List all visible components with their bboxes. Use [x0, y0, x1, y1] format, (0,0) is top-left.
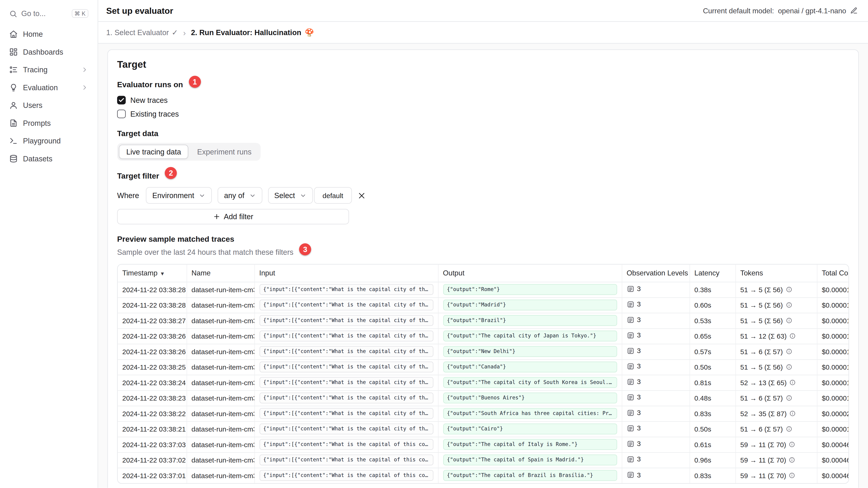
output-preview-chip[interactable]: {"output":"Rome"}: [443, 284, 617, 295]
input-preview-chip[interactable]: {"input":[{"content":"What is the capita…: [259, 284, 433, 295]
cell-timestamp: 2024-11-22 03:38:24: [118, 375, 187, 390]
input-preview-chip[interactable]: {"input":[{"content":"What is the capita…: [259, 346, 433, 357]
sidebar-item-home[interactable]: Home: [5, 26, 93, 43]
sidebar-item-users[interactable]: Users: [5, 97, 93, 114]
info-icon: [786, 364, 792, 370]
input-preview-chip[interactable]: {"input":[{"content":"What is the capita…: [259, 408, 433, 419]
cell-observation-levels: 3: [622, 452, 689, 468]
input-preview-chip[interactable]: {"input":[{"content":"What is the capita…: [259, 439, 433, 450]
cell-observation-levels: 3: [622, 437, 689, 452]
output-preview-chip[interactable]: {"output":"Madrid"}: [443, 299, 617, 311]
output-preview-chip[interactable]: {"output":"Brazil"}: [443, 315, 617, 326]
observation-levels-icon: [627, 347, 634, 355]
evaluation-icon: [9, 83, 18, 92]
annotation-badge-1: 1: [189, 76, 201, 88]
edit-model-icon[interactable]: [850, 7, 858, 14]
cell-tokens: 51 → 12 (Σ 63): [736, 328, 817, 344]
tab-experiment-runs[interactable]: Experiment runs: [190, 144, 259, 159]
add-filter-button[interactable]: Add filter: [117, 209, 349, 225]
breadcrumb-step-2[interactable]: 2. Run Evaluator: Hallucination 🍄: [191, 28, 314, 37]
table-row[interactable]: 2024-11-22 03:37:02 dataset-run-item-cm3…: [118, 452, 849, 468]
input-preview-chip[interactable]: {"input":[{"content":"What is the capita…: [259, 315, 433, 326]
col-latency[interactable]: Latency: [689, 265, 736, 282]
table-row[interactable]: 2024-11-22 03:38:25 dataset-run-item-cm3…: [118, 359, 849, 375]
filter-value-chip[interactable]: default: [314, 187, 352, 204]
page-header: Set up evaluator Current default model: …: [98, 0, 868, 22]
output-preview-chip[interactable]: {"output":"Cairo"}: [443, 423, 617, 434]
sidebar-item-datasets[interactable]: Datasets: [5, 150, 93, 167]
sidebar-item-playground[interactable]: Playground: [5, 133, 93, 150]
checkbox-unchecked-icon[interactable]: [117, 109, 126, 118]
breadcrumb: 1. Select Evaluator ✓ › 2. Run Evaluator…: [98, 22, 868, 43]
checkbox-new-traces[interactable]: New traces: [117, 95, 849, 105]
checkbox-checked-icon[interactable]: [117, 96, 126, 104]
cell-tokens: 51 → 6 (Σ 57): [736, 344, 817, 359]
table-row[interactable]: 2024-11-22 03:38:26 dataset-run-item-cm3…: [118, 328, 849, 344]
sidebar-item-label: Home: [23, 30, 43, 39]
trace-preview-table: Timestamp▼ Name Input Output Observation…: [118, 265, 849, 483]
content-area: Set up evaluator Current default model: …: [98, 0, 868, 488]
col-observation-levels[interactable]: Observation Levels: [622, 265, 689, 282]
cell-output: {"output":"South Africa has three capita…: [438, 406, 622, 421]
input-preview-chip[interactable]: {"input":[{"content":"What is the capita…: [259, 361, 433, 372]
sidebar-item-evaluation[interactable]: Evaluation: [5, 79, 93, 96]
sidebar-item-prompts[interactable]: Prompts: [5, 115, 93, 132]
filter-operator-select[interactable]: any of: [218, 187, 262, 204]
input-preview-chip[interactable]: {"input":[{"content":"What is the capita…: [259, 454, 433, 465]
table-row[interactable]: 2024-11-22 03:38:26 dataset-run-item-cm3…: [118, 344, 849, 359]
sidebar-item-dashboards[interactable]: Dashboards: [5, 43, 93, 60]
table-row[interactable]: 2024-11-22 03:37:01 dataset-run-item-cm3…: [118, 468, 849, 483]
cell-output: {"output":"The capital of Brazil is Bras…: [438, 468, 622, 483]
table-row[interactable]: 2024-11-22 03:38:21 dataset-run-item-cm3…: [118, 421, 849, 437]
output-preview-chip[interactable]: {"output":"Buenos Aires"}: [443, 392, 617, 403]
sidebar-item-label: Datasets: [23, 155, 52, 163]
input-preview-chip[interactable]: {"input":[{"content":"What is the capita…: [259, 392, 433, 403]
tab-live-tracing-data[interactable]: Live tracing data: [119, 144, 189, 159]
chevron-down-icon: [300, 192, 307, 199]
table-row[interactable]: 2024-11-22 03:38:23 dataset-run-item-cm3…: [118, 390, 849, 406]
output-preview-chip[interactable]: {"output":"The capital of Italy is Rome.…: [443, 439, 617, 450]
cell-observation-levels: 3: [622, 344, 689, 359]
col-tokens[interactable]: Tokens: [736, 265, 817, 282]
sidebar-item-tracing[interactable]: Tracing: [5, 62, 93, 78]
col-total-cost[interactable]: Total Cost: [817, 265, 849, 282]
input-preview-chip[interactable]: {"input":[{"content":"What is the capita…: [259, 377, 433, 388]
cell-name: dataset-run-item-cm3s4: [187, 375, 254, 390]
output-preview-chip[interactable]: {"output":"The capital of Brazil is Bras…: [443, 470, 617, 481]
goto-search-button[interactable]: Go to... ⌘ K: [5, 6, 93, 21]
page-title: Set up evaluator: [106, 6, 174, 15]
output-preview-chip[interactable]: {"output":"The capital city of Japan is …: [443, 330, 617, 341]
preview-title: Preview sample matched traces: [117, 235, 234, 243]
input-preview-chip[interactable]: {"input":[{"content":"What is the capita…: [259, 423, 433, 434]
col-timestamp[interactable]: Timestamp▼: [118, 265, 187, 282]
default-model-value: openai / gpt-4.1-nano: [778, 7, 846, 15]
output-preview-chip[interactable]: {"output":"The capital of Spain is Madri…: [443, 454, 617, 465]
checkbox-existing-traces[interactable]: Existing traces: [117, 108, 849, 119]
trace-table-body: 2024-11-22 03:38:28 dataset-run-item-cm3…: [118, 282, 849, 483]
col-name[interactable]: Name: [187, 265, 254, 282]
output-preview-chip[interactable]: {"output":"South Africa has three capita…: [443, 408, 617, 419]
output-preview-chip[interactable]: {"output":"The capital city of South Kor…: [443, 377, 617, 388]
col-output[interactable]: Output: [438, 265, 622, 282]
info-icon: [786, 395, 792, 401]
info-icon: [789, 411, 796, 417]
table-row[interactable]: 2024-11-22 03:38:28 dataset-run-item-cm3…: [118, 282, 849, 297]
output-preview-chip[interactable]: {"output":"New Delhi"}: [443, 346, 617, 357]
col-input[interactable]: Input: [254, 265, 438, 282]
table-row[interactable]: 2024-11-22 03:38:27 dataset-run-item-cm3…: [118, 313, 849, 328]
filter-value-select[interactable]: Select: [268, 187, 313, 204]
output-preview-chip[interactable]: {"output":"Canada"}: [443, 361, 617, 372]
table-row[interactable]: 2024-11-22 03:38:24 dataset-run-item-cm3…: [118, 375, 849, 390]
cell-output: {"output":"Brazil"}: [438, 313, 622, 328]
breadcrumb-step-1[interactable]: 1. Select Evaluator ✓: [106, 28, 178, 37]
input-preview-chip[interactable]: {"input":[{"content":"What is the capita…: [259, 470, 433, 481]
table-row[interactable]: 2024-11-22 03:37:03 dataset-run-item-cm3…: [118, 437, 849, 452]
input-preview-chip[interactable]: {"input":[{"content":"What is the capita…: [259, 330, 433, 341]
filter-column-select[interactable]: Environment: [146, 187, 212, 204]
remove-filter-button[interactable]: [356, 190, 367, 201]
input-preview-chip[interactable]: {"input":[{"content":"What is the capita…: [259, 299, 433, 311]
cell-timestamp: 2024-11-22 03:37:03: [118, 437, 187, 452]
table-row[interactable]: 2024-11-22 03:38:28 dataset-run-item-cm3…: [118, 297, 849, 313]
observation-levels-icon: [627, 316, 634, 324]
table-row[interactable]: 2024-11-22 03:38:22 dataset-run-item-cm3…: [118, 406, 849, 421]
